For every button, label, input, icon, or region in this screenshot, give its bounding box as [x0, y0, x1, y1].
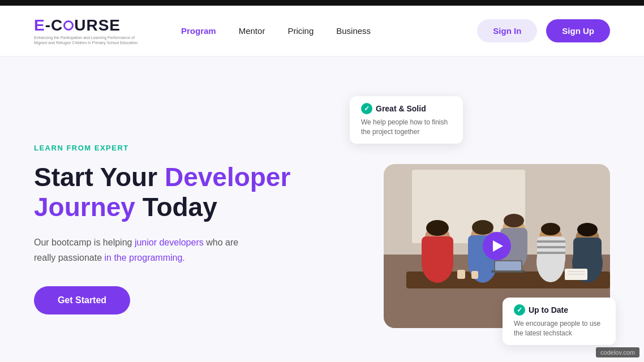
- play-icon: [493, 240, 503, 252]
- main-content: LEARN FROM EXPERT Start Your Developer J…: [0, 57, 644, 362]
- header: E-CURSE Enhancing the Participation and …: [0, 6, 644, 57]
- play-button[interactable]: [483, 232, 511, 260]
- badge-up-to-date: ✓ Up to Date We encourage people to use …: [503, 298, 616, 345]
- svg-point-7: [426, 220, 449, 236]
- top-bar: [0, 0, 644, 6]
- svg-rect-6: [422, 236, 453, 265]
- signup-button[interactable]: Sign Up: [546, 19, 610, 42]
- logo-dash: -: [45, 16, 51, 34]
- get-started-button[interactable]: Get Started: [34, 286, 130, 314]
- signin-button[interactable]: Sign In: [477, 19, 537, 42]
- badge-top-desc: We help people how to finish the project…: [361, 118, 452, 137]
- badge-great-solid: ✓ Great & Solid We help people how to fi…: [350, 96, 463, 144]
- nav-program[interactable]: Program: [181, 26, 216, 36]
- svg-point-15: [504, 214, 524, 227]
- svg-rect-21: [537, 252, 565, 254]
- svg-rect-20: [537, 246, 565, 248]
- logo: E-CURSE: [34, 16, 147, 35]
- hero-title-purple2: Journey: [34, 192, 135, 222]
- logo-subtitle: Enhancing the Participation and Learning…: [34, 36, 147, 45]
- badge-bottom-title: ✓ Up to Date: [514, 304, 604, 316]
- check-icon-bottom: ✓: [514, 304, 525, 316]
- main-nav: Program Mentor Pricing Business: [181, 26, 477, 36]
- logo-e: E: [34, 16, 45, 34]
- hero-description: Our bootcamp is helping junior developer…: [34, 235, 249, 265]
- nav-business[interactable]: Business: [336, 26, 371, 36]
- nav-mentor[interactable]: Mentor: [239, 26, 265, 36]
- hero-label: LEARN FROM EXPERT: [34, 144, 344, 152]
- badge-top-title: ✓ Great & Solid: [361, 103, 452, 114]
- svg-rect-29: [495, 261, 521, 270]
- svg-point-11: [472, 220, 493, 235]
- watermark: codelov.com: [596, 347, 639, 357]
- nav-pricing[interactable]: Pricing: [287, 26, 314, 36]
- svg-rect-19: [537, 240, 565, 243]
- hero-section: LEARN FROM EXPERT Start Your Developer J…: [34, 90, 344, 362]
- svg-rect-30: [457, 270, 465, 279]
- hero-title-start: Start Your: [34, 162, 157, 192]
- svg-point-26: [577, 223, 598, 236]
- hero-title: Start Your Developer Journey Today: [34, 162, 344, 222]
- hero-title-purple1: Developer: [165, 162, 290, 192]
- logo-urse: URSE: [74, 16, 121, 34]
- logo-circle-icon: [63, 20, 74, 31]
- hero-title-rest: Today: [135, 192, 217, 222]
- check-icon-top: ✓: [361, 103, 372, 114]
- hero-image-section: ✓ Great & Solid We help people how to fi…: [367, 90, 610, 362]
- logo-area: E-CURSE Enhancing the Participation and …: [34, 16, 147, 45]
- header-actions: Sign In Sign Up: [477, 19, 610, 42]
- logo-c: C: [51, 16, 63, 34]
- badge-bottom-desc: We encourage people to use the latest te…: [514, 319, 604, 338]
- svg-rect-31: [471, 271, 478, 279]
- svg-point-22: [541, 223, 560, 235]
- svg-rect-25: [573, 238, 602, 266]
